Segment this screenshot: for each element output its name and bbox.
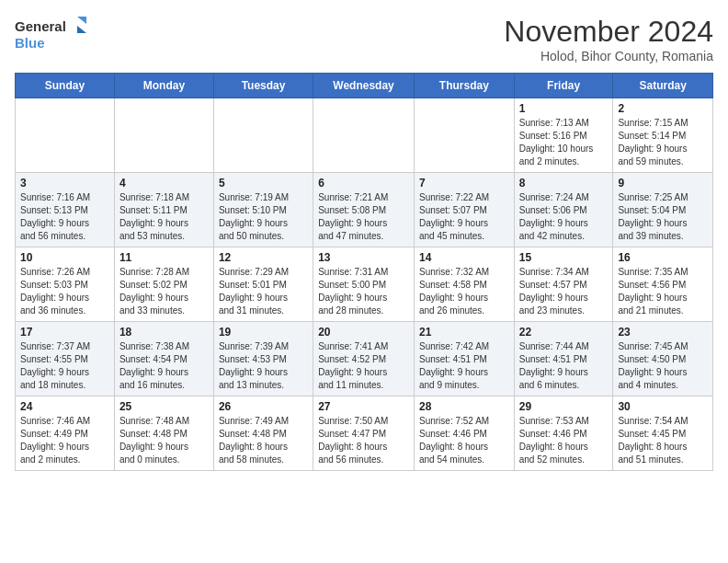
day-number: 15 xyxy=(519,251,609,264)
day-number: 14 xyxy=(419,251,509,264)
day-number: 17 xyxy=(20,326,109,339)
day-number: 23 xyxy=(618,326,708,339)
weekday-header-tuesday: Tuesday xyxy=(213,74,313,98)
calendar-cell: 5Sunrise: 7:19 AM Sunset: 5:10 PM Daylig… xyxy=(213,173,313,247)
calendar-cell: 6Sunrise: 7:21 AM Sunset: 5:08 PM Daylig… xyxy=(313,173,415,247)
day-number: 7 xyxy=(419,177,509,190)
weekday-header-thursday: Thursday xyxy=(414,74,514,98)
calendar-cell: 10Sunrise: 7:26 AM Sunset: 5:03 PM Dayli… xyxy=(16,247,115,322)
calendar-table: SundayMondayTuesdayWednesdayThursdayFrid… xyxy=(15,73,713,471)
day-number: 30 xyxy=(618,400,708,413)
day-info: Sunrise: 7:39 AM Sunset: 4:53 PM Dayligh… xyxy=(219,340,308,392)
day-info: Sunrise: 7:16 AM Sunset: 5:13 PM Dayligh… xyxy=(20,191,109,243)
day-info: Sunrise: 7:34 AM Sunset: 4:57 PM Dayligh… xyxy=(519,266,609,317)
day-number: 21 xyxy=(419,326,509,339)
day-info: Sunrise: 7:38 AM Sunset: 4:54 PM Dayligh… xyxy=(119,340,209,392)
week-row-3: 10Sunrise: 7:26 AM Sunset: 5:03 PM Dayli… xyxy=(16,247,713,322)
day-info: Sunrise: 7:32 AM Sunset: 4:58 PM Dayligh… xyxy=(419,266,509,317)
calendar-cell: 7Sunrise: 7:22 AM Sunset: 5:07 PM Daylig… xyxy=(414,173,514,247)
day-number: 18 xyxy=(119,326,209,339)
day-number: 27 xyxy=(318,400,409,413)
calendar-cell: 21Sunrise: 7:42 AM Sunset: 4:51 PM Dayli… xyxy=(414,322,514,396)
day-info: Sunrise: 7:52 AM Sunset: 4:46 PM Dayligh… xyxy=(419,415,509,466)
day-info: Sunrise: 7:46 AM Sunset: 4:49 PM Dayligh… xyxy=(20,415,109,466)
day-number: 1 xyxy=(519,102,609,115)
day-info: Sunrise: 7:19 AM Sunset: 5:10 PM Dayligh… xyxy=(219,191,308,243)
title-block: November 2024 Holod, Bihor County, Roman… xyxy=(504,15,713,63)
weekday-header-friday: Friday xyxy=(514,74,613,98)
day-number: 4 xyxy=(119,177,209,190)
day-number: 19 xyxy=(219,326,308,339)
day-number: 24 xyxy=(20,400,109,413)
day-number: 28 xyxy=(419,400,509,413)
day-number: 22 xyxy=(519,326,609,339)
day-info: Sunrise: 7:42 AM Sunset: 4:51 PM Dayligh… xyxy=(419,340,509,392)
svg-text:Blue: Blue xyxy=(15,35,45,51)
day-info: Sunrise: 7:45 AM Sunset: 4:50 PM Dayligh… xyxy=(618,340,708,392)
day-info: Sunrise: 7:26 AM Sunset: 5:03 PM Dayligh… xyxy=(20,266,109,317)
calendar-cell: 9Sunrise: 7:25 AM Sunset: 5:04 PM Daylig… xyxy=(613,173,713,247)
day-info: Sunrise: 7:29 AM Sunset: 5:01 PM Dayligh… xyxy=(219,266,308,317)
calendar-cell: 13Sunrise: 7:31 AM Sunset: 5:00 PM Dayli… xyxy=(313,247,415,322)
day-number: 29 xyxy=(519,400,609,413)
calendar-cell: 29Sunrise: 7:53 AM Sunset: 4:46 PM Dayli… xyxy=(514,396,613,471)
day-number: 8 xyxy=(519,177,609,190)
logo: General Blue xyxy=(15,15,88,55)
calendar-cell: 18Sunrise: 7:38 AM Sunset: 4:54 PM Dayli… xyxy=(114,322,213,396)
day-number: 26 xyxy=(219,400,308,413)
day-info: Sunrise: 7:44 AM Sunset: 4:51 PM Dayligh… xyxy=(519,340,609,392)
calendar-cell: 3Sunrise: 7:16 AM Sunset: 5:13 PM Daylig… xyxy=(16,173,115,247)
calendar-cell: 26Sunrise: 7:49 AM Sunset: 4:48 PM Dayli… xyxy=(213,396,313,471)
header-area: General Blue November 2024 Holod, Bihor … xyxy=(15,15,713,63)
weekday-header-saturday: Saturday xyxy=(613,74,713,98)
day-number: 20 xyxy=(318,326,409,339)
calendar-cell: 23Sunrise: 7:45 AM Sunset: 4:50 PM Dayli… xyxy=(613,322,713,396)
day-info: Sunrise: 7:37 AM Sunset: 4:55 PM Dayligh… xyxy=(20,340,109,392)
location-title: Holod, Bihor County, Romania xyxy=(504,49,713,63)
day-number: 11 xyxy=(119,251,209,264)
day-number: 25 xyxy=(119,400,209,413)
weekday-header-wednesday: Wednesday xyxy=(313,74,415,98)
day-info: Sunrise: 7:18 AM Sunset: 5:11 PM Dayligh… xyxy=(119,191,209,243)
day-number: 12 xyxy=(219,251,308,264)
calendar-cell xyxy=(114,98,213,173)
day-number: 3 xyxy=(20,177,109,190)
calendar-cell: 15Sunrise: 7:34 AM Sunset: 4:57 PM Dayli… xyxy=(514,247,613,322)
calendar-cell: 24Sunrise: 7:46 AM Sunset: 4:49 PM Dayli… xyxy=(16,396,115,471)
day-number: 9 xyxy=(618,177,708,190)
calendar-cell: 8Sunrise: 7:24 AM Sunset: 5:06 PM Daylig… xyxy=(514,173,613,247)
calendar-cell xyxy=(16,98,115,173)
svg-marker-3 xyxy=(77,26,86,33)
day-info: Sunrise: 7:31 AM Sunset: 5:00 PM Dayligh… xyxy=(318,266,409,317)
calendar-cell: 30Sunrise: 7:54 AM Sunset: 4:45 PM Dayli… xyxy=(613,396,713,471)
calendar-cell: 4Sunrise: 7:18 AM Sunset: 5:11 PM Daylig… xyxy=(114,173,213,247)
day-info: Sunrise: 7:41 AM Sunset: 4:52 PM Dayligh… xyxy=(318,340,409,392)
day-number: 2 xyxy=(618,102,708,115)
day-number: 10 xyxy=(20,251,109,264)
day-info: Sunrise: 7:15 AM Sunset: 5:14 PM Dayligh… xyxy=(618,117,708,168)
weekday-header-sunday: Sunday xyxy=(16,74,115,98)
calendar-cell: 22Sunrise: 7:44 AM Sunset: 4:51 PM Dayli… xyxy=(514,322,613,396)
calendar-cell: 20Sunrise: 7:41 AM Sunset: 4:52 PM Dayli… xyxy=(313,322,415,396)
weekday-header-row: SundayMondayTuesdayWednesdayThursdayFrid… xyxy=(16,74,713,98)
day-info: Sunrise: 7:13 AM Sunset: 5:16 PM Dayligh… xyxy=(519,117,609,168)
day-info: Sunrise: 7:21 AM Sunset: 5:08 PM Dayligh… xyxy=(318,191,409,243)
calendar-cell: 1Sunrise: 7:13 AM Sunset: 5:16 PM Daylig… xyxy=(514,98,613,173)
day-info: Sunrise: 7:28 AM Sunset: 5:02 PM Dayligh… xyxy=(119,266,209,317)
day-number: 13 xyxy=(318,251,409,264)
calendar-cell xyxy=(414,98,514,173)
calendar-cell: 12Sunrise: 7:29 AM Sunset: 5:01 PM Dayli… xyxy=(213,247,313,322)
calendar-cell: 14Sunrise: 7:32 AM Sunset: 4:58 PM Dayli… xyxy=(414,247,514,322)
calendar-cell xyxy=(313,98,415,173)
day-info: Sunrise: 7:24 AM Sunset: 5:06 PM Dayligh… xyxy=(519,191,609,243)
day-info: Sunrise: 7:48 AM Sunset: 4:48 PM Dayligh… xyxy=(119,415,209,466)
weekday-header-monday: Monday xyxy=(114,74,213,98)
day-info: Sunrise: 7:25 AM Sunset: 5:04 PM Dayligh… xyxy=(618,191,708,243)
day-info: Sunrise: 7:35 AM Sunset: 4:56 PM Dayligh… xyxy=(618,266,708,317)
day-info: Sunrise: 7:49 AM Sunset: 4:48 PM Dayligh… xyxy=(219,415,308,466)
calendar-cell: 28Sunrise: 7:52 AM Sunset: 4:46 PM Dayli… xyxy=(414,396,514,471)
calendar-cell: 17Sunrise: 7:37 AM Sunset: 4:55 PM Dayli… xyxy=(16,322,115,396)
calendar-cell: 27Sunrise: 7:50 AM Sunset: 4:47 PM Dayli… xyxy=(313,396,415,471)
week-row-1: 1Sunrise: 7:13 AM Sunset: 5:16 PM Daylig… xyxy=(16,98,713,173)
day-number: 6 xyxy=(318,177,409,190)
